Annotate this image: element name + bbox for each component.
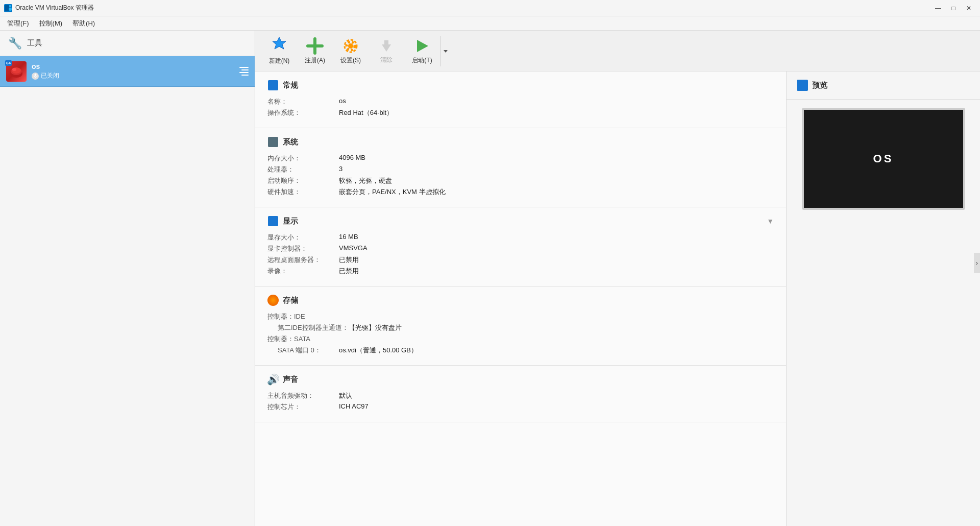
list-line-2 xyxy=(241,69,249,70)
system-cpu-value: 3 xyxy=(339,165,342,174)
menu-bar: 管理(F) 控制(M) 帮助(H) xyxy=(0,16,980,31)
system-accel-label: 硬件加速： xyxy=(267,187,339,197)
storage-sata-row: 控制器：SATA xyxy=(267,334,774,344)
vm-icon-os: 64 xyxy=(6,61,27,82)
general-name-row: 名称： os xyxy=(267,97,774,106)
sound-chip-row: 控制芯片： ICH AC97 xyxy=(267,402,774,412)
system-ram-label: 内存大小： xyxy=(267,154,339,163)
storage-title: 存储 xyxy=(283,296,298,305)
preview-title: 预览 xyxy=(812,81,827,90)
app-icon xyxy=(4,4,12,12)
new-icon xyxy=(269,36,289,56)
svg-point-7 xyxy=(12,68,16,71)
display-rdp-label: 远程桌面服务器： xyxy=(267,255,339,265)
preview-screen-container: OS xyxy=(787,100,980,218)
settings-label: 设置(S) xyxy=(340,56,361,65)
storage-sata-port-value: os.vdi（普通，50.00 GB） xyxy=(339,346,418,355)
details-panel: 常规 名称： os 操作系统： Red Hat（64-bit） xyxy=(255,71,786,526)
sound-driver-value: 默认 xyxy=(339,391,352,400)
sound-icon: 🔊 xyxy=(267,374,279,385)
maximize-button[interactable]: □ xyxy=(946,3,961,13)
window-title: Oracle VM VirtualBox 管理器 xyxy=(15,4,931,12)
system-boot-row: 启动顺序： 软驱，光驱，硬盘 xyxy=(267,176,774,185)
minimize-button[interactable]: — xyxy=(931,3,945,13)
section-sound-header: 🔊 声音 xyxy=(267,374,774,385)
vm-status-icon: ⏻ xyxy=(32,73,39,80)
display-recording-row: 录像： 已禁用 xyxy=(267,267,774,276)
start-dropdown[interactable] xyxy=(440,36,450,66)
svg-marker-8 xyxy=(273,37,286,49)
menu-manage[interactable]: 管理(F) xyxy=(2,17,34,30)
system-ram-row: 内存大小： 4096 MB xyxy=(267,154,774,163)
system-boot-value: 软驱，光驱，硬盘 xyxy=(339,176,392,185)
svg-marker-16 xyxy=(417,40,428,52)
register-button[interactable]: 注册(A) xyxy=(297,36,333,66)
new-button[interactable]: 新建(N) xyxy=(261,36,297,66)
section-system: 系统 内存大小： 4096 MB 处理器： 3 启动顺序： 软驱，光驱，硬盘 xyxy=(255,128,786,207)
general-os-row: 操作系统： Red Hat（64-bit） xyxy=(267,108,774,117)
clear-icon xyxy=(376,37,397,55)
start-label: 启动(T) xyxy=(412,56,432,65)
storage-ide-row: 控制器：IDE xyxy=(267,312,774,321)
vm-arch-badge: 64 xyxy=(5,60,12,66)
clear-label: 清除 xyxy=(380,56,393,64)
close-button[interactable]: ✕ xyxy=(962,3,976,13)
display-recording-value: 已禁用 xyxy=(339,267,359,276)
storage-sata-port-label: SATA 端口 0： xyxy=(267,346,339,355)
system-title: 系统 xyxy=(283,137,298,147)
window-controls: — □ ✕ xyxy=(931,3,976,13)
sound-driver-row: 主机音频驱动： 默认 xyxy=(267,391,774,400)
general-icon xyxy=(267,80,279,91)
display-recording-label: 录像： xyxy=(267,267,339,276)
preview-expand-handle[interactable]: › xyxy=(974,253,980,273)
sound-title: 声音 xyxy=(283,375,298,385)
list-line-1 xyxy=(239,67,249,68)
display-vram-value: 16 MB xyxy=(339,233,358,242)
display-controller-row: 显卡控制器： VMSVGA xyxy=(267,244,774,253)
system-cpu-row: 处理器： 3 xyxy=(267,165,774,174)
list-line-4 xyxy=(241,75,249,76)
content-wrapper: 新建(N) 注册(A) xyxy=(255,31,980,526)
start-button[interactable]: 启动(T) xyxy=(404,36,440,66)
start-icon xyxy=(412,37,432,55)
title-bar: Oracle VM VirtualBox 管理器 — □ ✕ xyxy=(0,0,980,16)
display-collapse-icon[interactable]: ▼ xyxy=(767,217,774,225)
display-controller-value: VMSVGA xyxy=(339,244,368,253)
general-title: 常规 xyxy=(283,81,298,90)
system-accel-value: 嵌套分页，PAE/NX，KVM 半虚拟化 xyxy=(339,187,446,197)
display-rdp-row: 远程桌面服务器： 已禁用 xyxy=(267,255,774,265)
storage-sata-port-row: SATA 端口 0： os.vdi（普通，50.00 GB） xyxy=(267,346,774,355)
svg-point-11 xyxy=(348,43,353,49)
display-icon xyxy=(267,216,279,227)
vm-info-os: os ⏻ 已关闭 xyxy=(32,62,239,80)
list-line-3 xyxy=(239,72,249,73)
sidebar-tools-header: 🔧 工具 xyxy=(0,31,255,56)
section-general-header: 常规 xyxy=(267,80,774,91)
display-rdp-value: 已禁用 xyxy=(339,255,359,265)
settings-button[interactable]: 设置(S) xyxy=(333,36,369,66)
tools-icon: 🔧 xyxy=(8,37,22,50)
preview-screen: OS xyxy=(802,108,965,210)
storage-ide-label: 控制器：IDE xyxy=(267,312,339,321)
storage-ide-dvd-row: 第二IDE控制器主通道： 【光驱】没有盘片 xyxy=(267,323,774,332)
tools-label: 工具 xyxy=(27,38,42,48)
system-cpu-label: 处理器： xyxy=(267,165,339,174)
sound-driver-label: 主机音频驱动： xyxy=(267,391,339,400)
svg-rect-1 xyxy=(5,5,9,11)
sidebar: 🔧 工具 64 os ⏻ 已关闭 xyxy=(0,31,255,526)
system-icon xyxy=(267,136,279,148)
register-label: 注册(A) xyxy=(305,56,325,65)
toolbar: 新建(N) 注册(A) xyxy=(255,31,980,71)
preview-panel: 预览 OS xyxy=(786,71,980,526)
menu-control[interactable]: 控制(M) xyxy=(34,17,68,30)
section-system-header: 系统 xyxy=(267,136,774,148)
general-os-value: Red Hat（64-bit） xyxy=(339,108,393,117)
clear-button[interactable]: 清除 xyxy=(369,36,404,66)
vm-status-os: ⏻ 已关闭 xyxy=(32,71,239,80)
general-os-label: 操作系统： xyxy=(267,108,339,117)
vm-item-os[interactable]: 64 os ⏻ 已关闭 xyxy=(0,56,255,87)
menu-help[interactable]: 帮助(H) xyxy=(67,17,100,30)
svg-marker-17 xyxy=(444,50,448,53)
svg-marker-14 xyxy=(382,44,391,52)
new-label: 新建(N) xyxy=(269,57,290,65)
